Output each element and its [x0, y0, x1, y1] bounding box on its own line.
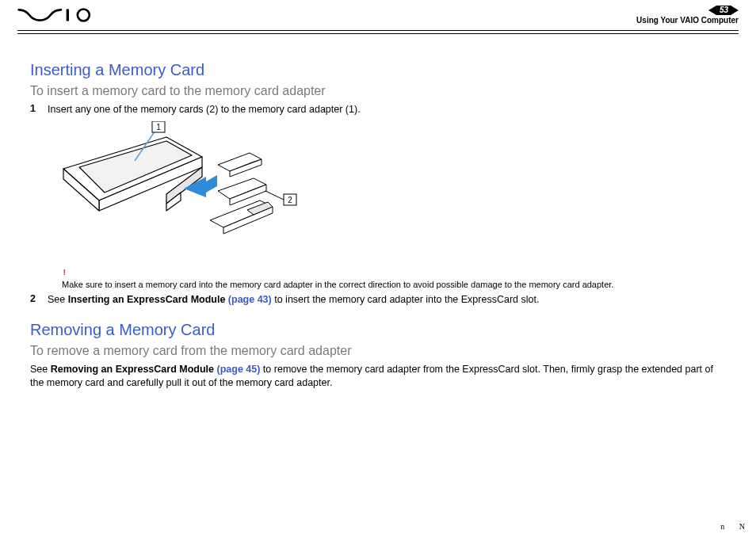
heading-insert: Inserting a Memory Card: [30, 61, 726, 79]
remove-link[interactable]: (page 45): [217, 364, 261, 375]
vaio-logo: [17, 7, 97, 23]
step-1-text: Insert any one of the memory cards (2) t…: [48, 103, 726, 116]
step-2-post: to insert the memory card adapter into t…: [272, 294, 540, 305]
svg-point-1: [78, 10, 90, 21]
subheading-insert: To insert a memory card to the memory ca…: [30, 84, 726, 98]
step-1-number: 1: [30, 103, 48, 114]
step-2-number: 2: [30, 293, 48, 304]
caution-note: ! Make sure to insert a memory card into…: [62, 267, 726, 291]
caution-text: Make sure to insert a memory card into t…: [62, 280, 613, 289]
svg-rect-0: [67, 10, 69, 21]
next-page-icon[interactable]: [731, 6, 739, 15]
step-2-pre: See: [48, 294, 68, 305]
caution-icon: !: [62, 267, 726, 278]
step-2-link[interactable]: (page 43): [228, 294, 272, 305]
svg-line-19: [265, 191, 285, 200]
page-content: Inserting a Memory Card To insert a memo…: [0, 34, 756, 390]
svg-text:1: 1: [156, 123, 161, 132]
step-2-text: See Inserting an ExpressCard Module (pag…: [48, 293, 726, 307]
heading-remove: Removing a Memory Card: [30, 321, 726, 339]
remove-pre: See: [30, 364, 51, 375]
page-nav: 53: [708, 6, 739, 15]
page-header: 53 Using Your VAIO Computer: [0, 0, 756, 30]
svg-text:2: 2: [288, 196, 292, 204]
illustration-memory-card: 1 2: [48, 121, 301, 264]
step-2-bold: Inserting an ExpressCard Module: [68, 294, 228, 305]
step-2: 2 See Inserting an ExpressCard Module (p…: [30, 293, 726, 307]
remove-bold: Removing an ExpressCard Module: [51, 364, 217, 375]
section-title: Using Your VAIO Computer: [636, 16, 739, 25]
subheading-remove: To remove a memory card from the memory …: [30, 344, 726, 358]
register-marks: n N: [720, 522, 751, 531]
vaio-logo-svg: [17, 7, 97, 23]
page-number: 53: [716, 6, 731, 15]
prev-page-icon[interactable]: [708, 6, 716, 15]
remove-paragraph: See Removing an ExpressCard Module (page…: [30, 363, 726, 390]
header-rule-1: [17, 30, 739, 31]
header-right: 53 Using Your VAIO Computer: [636, 6, 739, 25]
step-1: 1 Insert any one of the memory cards (2)…: [30, 103, 726, 116]
